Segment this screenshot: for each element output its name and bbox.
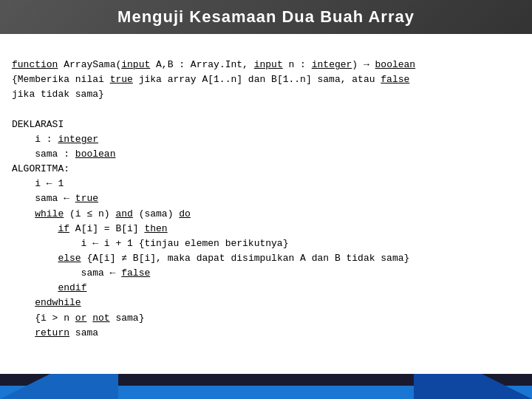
line-12: if A[i] = B[i] then (12, 223, 168, 234)
slide-container: Menguji Kesamaan Dua Buah Array function… (0, 0, 532, 399)
slide-title: Menguji Kesamaan Dua Buah Array (117, 7, 415, 26)
title-bar: Menguji Kesamaan Dua Buah Array (0, 0, 532, 34)
code-block: function ArraySama(input A,B : Array.Int… (12, 43, 520, 355)
line-16: endif (12, 282, 86, 293)
line-11: while (i ≤ n) and (sama) do (12, 208, 191, 219)
line-7: sama : boolean (12, 149, 115, 160)
line-8: ALGORITMA: (12, 163, 69, 174)
line-17: endwhile (12, 297, 81, 308)
line-19: return sama (12, 327, 98, 338)
line-14: else {A[i] ≠ B[i], maka dapat disimpulka… (12, 253, 409, 264)
line-15: sama ← false (12, 267, 150, 279)
line-6: i : integer (12, 134, 98, 145)
line-10: sama ← true (12, 193, 98, 204)
line-9: i ← 1 (12, 178, 64, 189)
line-5: DEKLARASI (12, 119, 64, 130)
line-13: i ← i + 1 {tinjau elemen berikutnya} (12, 238, 288, 249)
content-area: function ArraySama(input A,B : Array.Int… (0, 34, 532, 374)
line-1: function ArraySama(input A,B : Array.Int… (12, 59, 415, 70)
line-2: {Memberika nilai true jika array A[1..n]… (12, 74, 409, 85)
line-18: {i > n or not sama} (12, 313, 144, 324)
line-3: jika tidak sama} (12, 89, 104, 100)
